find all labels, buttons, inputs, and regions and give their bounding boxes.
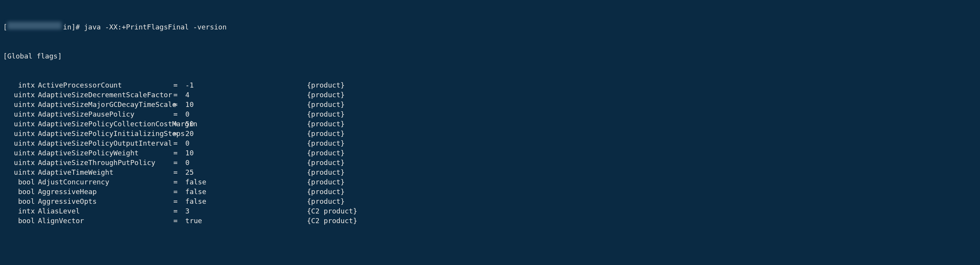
flag-name: AdaptiveTimeWeight bbox=[38, 167, 173, 177]
flag-row: uintxAdaptiveSizeDecrementScaleFactor= 4… bbox=[3, 90, 977, 100]
flag-category: {product} bbox=[307, 119, 345, 129]
prompt-bracket-open: [ bbox=[3, 22, 7, 32]
flag-row: uintxAdaptiveSizePolicyInitializingSteps… bbox=[3, 129, 977, 138]
flag-value: false bbox=[181, 196, 307, 206]
flag-type: uintx bbox=[3, 100, 38, 109]
flag-row: boolAggressiveHeap= false{product} bbox=[3, 187, 977, 196]
prompt-suffix: in]# bbox=[63, 22, 84, 32]
flag-name: AdaptiveSizePolicyCollectionCostMargin bbox=[38, 119, 173, 129]
equals-sign: = bbox=[173, 206, 181, 216]
flag-type: bool bbox=[3, 216, 38, 225]
flag-row: uintxAdaptiveTimeWeight= 25{product} bbox=[3, 167, 977, 177]
flag-value: 0 bbox=[181, 158, 307, 167]
flag-name: AdaptiveSizePolicyWeight bbox=[38, 148, 173, 158]
flag-category: {product} bbox=[307, 90, 345, 100]
flag-value: 3 bbox=[181, 206, 307, 216]
flag-value: 50 bbox=[181, 119, 307, 129]
flag-category: {product} bbox=[307, 158, 345, 167]
flag-row: uintxAdaptiveSizePausePolicy= 0{product} bbox=[3, 109, 977, 119]
equals-sign: = bbox=[173, 158, 181, 167]
prompt-line: [ in]# java -XX:+PrintFlagsFinal -versio… bbox=[3, 22, 977, 32]
flag-value: false bbox=[181, 187, 307, 196]
flag-type: uintx bbox=[3, 129, 38, 138]
flag-type: intx bbox=[3, 80, 38, 90]
flag-type: uintx bbox=[3, 109, 38, 119]
flag-name: AdaptiveSizeThroughPutPolicy bbox=[38, 158, 173, 167]
equals-sign: = bbox=[173, 167, 181, 177]
flag-row: uintxAdaptiveSizePolicyOutputInterval= 0… bbox=[3, 138, 977, 148]
equals-sign: = bbox=[173, 216, 181, 225]
flag-value: 25 bbox=[181, 167, 307, 177]
flag-type: uintx bbox=[3, 148, 38, 158]
equals-sign: = bbox=[173, 138, 181, 148]
flag-category: {product} bbox=[307, 109, 345, 119]
flag-type: bool bbox=[3, 196, 38, 206]
flag-row: intxActiveProcessorCount= -1{product} bbox=[3, 80, 977, 90]
flag-value: true bbox=[181, 216, 307, 225]
flag-name: AggressiveHeap bbox=[38, 187, 173, 196]
flag-category: {C2 product} bbox=[307, 206, 357, 216]
flag-type: uintx bbox=[3, 119, 38, 129]
flag-row: intxAliasLevel= 3{C2 product} bbox=[3, 206, 977, 216]
flag-category: {product} bbox=[307, 196, 345, 206]
equals-sign: = bbox=[173, 109, 181, 119]
flag-type: uintx bbox=[3, 167, 38, 177]
equals-sign: = bbox=[173, 119, 181, 129]
flag-name: AlignVector bbox=[38, 216, 173, 225]
flag-row: uintxAdaptiveSizePolicyCollectionCostMar… bbox=[3, 119, 977, 129]
flag-value: 20 bbox=[181, 129, 307, 138]
flag-value: 10 bbox=[181, 148, 307, 158]
flag-category: {product} bbox=[307, 167, 345, 177]
flag-value: false bbox=[181, 177, 307, 187]
flags-table: intxActiveProcessorCount= -1{product}uin… bbox=[3, 80, 977, 225]
command-text: java -XX:+PrintFlagsFinal -version bbox=[84, 22, 226, 32]
flag-value: 4 bbox=[181, 90, 307, 100]
flag-value: 0 bbox=[181, 138, 307, 148]
terminal-output[interactable]: [ in]# java -XX:+PrintFlagsFinal -versio… bbox=[0, 0, 980, 237]
flag-row: uintxAdaptiveSizeThroughPutPolicy= 0{pro… bbox=[3, 158, 977, 167]
flag-row: boolAdjustConcurrency= false{product} bbox=[3, 177, 977, 187]
flag-category: {C2 product} bbox=[307, 216, 357, 225]
flag-type: intx bbox=[3, 206, 38, 216]
flag-category: {product} bbox=[307, 100, 345, 109]
flag-category: {product} bbox=[307, 138, 345, 148]
flag-name: AliasLevel bbox=[38, 206, 173, 216]
redacted-host bbox=[7, 22, 62, 29]
flag-name: AdaptiveSizeDecrementScaleFactor bbox=[38, 90, 173, 100]
flag-row: uintxAdaptiveSizePolicyWeight= 10{produc… bbox=[3, 148, 977, 158]
flag-type: uintx bbox=[3, 90, 38, 100]
flag-name: AdaptiveSizePolicyInitializingSteps bbox=[38, 129, 173, 138]
equals-sign: = bbox=[173, 148, 181, 158]
flag-category: {product} bbox=[307, 129, 345, 138]
flag-row: boolAlignVector= true{C2 product} bbox=[3, 216, 977, 225]
equals-sign: = bbox=[173, 177, 181, 187]
equals-sign: = bbox=[173, 100, 181, 109]
equals-sign: = bbox=[173, 187, 181, 196]
flag-value: 0 bbox=[181, 109, 307, 119]
flags-header: [Global flags] bbox=[3, 51, 977, 61]
flag-category: {product} bbox=[307, 80, 345, 90]
flag-name: ActiveProcessorCount bbox=[38, 80, 173, 90]
flag-value: -1 bbox=[181, 80, 307, 90]
flag-category: {product} bbox=[307, 187, 345, 196]
flag-name: AdaptiveSizePolicyOutputInterval bbox=[38, 138, 173, 148]
flag-type: uintx bbox=[3, 158, 38, 167]
flag-row: boolAggressiveOpts= false{product} bbox=[3, 196, 977, 206]
flag-name: AggressiveOpts bbox=[38, 196, 173, 206]
flag-name: AdjustConcurrency bbox=[38, 177, 173, 187]
flag-type: bool bbox=[3, 177, 38, 187]
flag-name: AdaptiveSizePausePolicy bbox=[38, 109, 173, 119]
flag-category: {product} bbox=[307, 177, 345, 187]
equals-sign: = bbox=[173, 80, 181, 90]
equals-sign: = bbox=[173, 129, 181, 138]
flag-category: {product} bbox=[307, 148, 345, 158]
flag-value: 10 bbox=[181, 100, 307, 109]
equals-sign: = bbox=[173, 90, 181, 100]
flag-type: uintx bbox=[3, 138, 38, 148]
flag-type: bool bbox=[3, 187, 38, 196]
equals-sign: = bbox=[173, 196, 181, 206]
flag-row: uintxAdaptiveSizeMajorGCDecayTimeScale= … bbox=[3, 100, 977, 109]
flag-name: AdaptiveSizeMajorGCDecayTimeScale bbox=[38, 100, 173, 109]
